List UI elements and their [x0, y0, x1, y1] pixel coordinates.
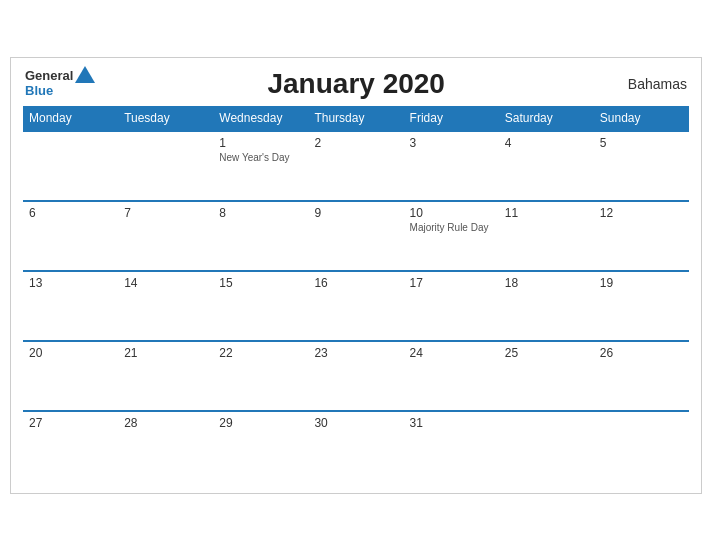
weekday-header: Monday	[23, 106, 118, 131]
day-number: 6	[29, 206, 112, 220]
day-number: 18	[505, 276, 588, 290]
calendar-title: January 2020	[95, 68, 617, 100]
day-number: 15	[219, 276, 302, 290]
calendar-day-cell: 5	[594, 131, 689, 201]
day-number: 8	[219, 206, 302, 220]
calendar-day-cell	[499, 411, 594, 481]
day-number: 27	[29, 416, 112, 430]
day-number: 5	[600, 136, 683, 150]
calendar-day-cell: 16	[308, 271, 403, 341]
calendar-day-cell: 17	[404, 271, 499, 341]
weekday-header: Friday	[404, 106, 499, 131]
day-number: 9	[314, 206, 397, 220]
calendar-day-cell: 22	[213, 341, 308, 411]
calendar-day-cell: 20	[23, 341, 118, 411]
calendar-day-cell: 12	[594, 201, 689, 271]
logo: General Blue	[25, 69, 95, 98]
calendar-day-cell: 9	[308, 201, 403, 271]
calendar-body: 1New Year's Day2345678910Majority Rule D…	[23, 131, 689, 481]
calendar-day-cell	[594, 411, 689, 481]
day-number: 25	[505, 346, 588, 360]
weekday-header: Tuesday	[118, 106, 213, 131]
day-number: 29	[219, 416, 302, 430]
day-number: 10	[410, 206, 493, 220]
weekday-header: Saturday	[499, 106, 594, 131]
calendar-day-cell: 1New Year's Day	[213, 131, 308, 201]
day-number: 28	[124, 416, 207, 430]
calendar-day-cell: 18	[499, 271, 594, 341]
day-event: Majority Rule Day	[410, 222, 493, 233]
day-number: 4	[505, 136, 588, 150]
calendar-day-cell: 13	[23, 271, 118, 341]
calendar-day-cell: 15	[213, 271, 308, 341]
calendar-week-row: 678910Majority Rule Day1112	[23, 201, 689, 271]
logo-blue: Blue	[25, 84, 53, 98]
day-number: 21	[124, 346, 207, 360]
calendar-day-cell: 26	[594, 341, 689, 411]
calendar-day-cell: 14	[118, 271, 213, 341]
calendar-day-cell: 11	[499, 201, 594, 271]
calendar-week-row: 1New Year's Day2345	[23, 131, 689, 201]
logo-general: General	[25, 69, 73, 83]
day-number: 23	[314, 346, 397, 360]
calendar-day-cell: 8	[213, 201, 308, 271]
calendar-day-cell: 29	[213, 411, 308, 481]
calendar-day-cell: 24	[404, 341, 499, 411]
day-number: 11	[505, 206, 588, 220]
day-number: 26	[600, 346, 683, 360]
calendar-day-cell: 21	[118, 341, 213, 411]
calendar-day-cell: 25	[499, 341, 594, 411]
day-number: 30	[314, 416, 397, 430]
day-number: 14	[124, 276, 207, 290]
calendar-day-cell: 2	[308, 131, 403, 201]
day-number: 13	[29, 276, 112, 290]
weekday-header: Thursday	[308, 106, 403, 131]
calendar-week-row: 2728293031	[23, 411, 689, 481]
day-number: 1	[219, 136, 302, 150]
weekday-header: Sunday	[594, 106, 689, 131]
weekday-header: Wednesday	[213, 106, 308, 131]
calendar-day-cell: 30	[308, 411, 403, 481]
calendar-week-row: 13141516171819	[23, 271, 689, 341]
calendar-grid: MondayTuesdayWednesdayThursdayFridaySatu…	[23, 106, 689, 481]
day-number: 31	[410, 416, 493, 430]
calendar-header: General Blue January 2020 Bahamas	[23, 68, 689, 100]
calendar-day-cell	[23, 131, 118, 201]
day-number: 2	[314, 136, 397, 150]
day-number: 19	[600, 276, 683, 290]
calendar-day-cell: 10Majority Rule Day	[404, 201, 499, 271]
calendar-day-cell: 19	[594, 271, 689, 341]
day-number: 7	[124, 206, 207, 220]
calendar-day-cell: 4	[499, 131, 594, 201]
calendar-day-cell: 23	[308, 341, 403, 411]
calendar-day-cell: 28	[118, 411, 213, 481]
calendar-day-cell: 31	[404, 411, 499, 481]
day-number: 20	[29, 346, 112, 360]
day-number: 12	[600, 206, 683, 220]
calendar-container: General Blue January 2020 Bahamas Monday…	[10, 57, 702, 494]
day-number: 17	[410, 276, 493, 290]
calendar-day-cell: 7	[118, 201, 213, 271]
calendar-day-cell	[118, 131, 213, 201]
calendar-header-row: MondayTuesdayWednesdayThursdayFridaySatu…	[23, 106, 689, 131]
day-event: New Year's Day	[219, 152, 302, 163]
calendar-country: Bahamas	[617, 76, 687, 92]
calendar-day-cell: 3	[404, 131, 499, 201]
calendar-week-row: 20212223242526	[23, 341, 689, 411]
day-number: 3	[410, 136, 493, 150]
day-number: 22	[219, 346, 302, 360]
day-number: 24	[410, 346, 493, 360]
logo-triangle-icon	[75, 66, 95, 83]
calendar-day-cell: 27	[23, 411, 118, 481]
day-number: 16	[314, 276, 397, 290]
calendar-day-cell: 6	[23, 201, 118, 271]
